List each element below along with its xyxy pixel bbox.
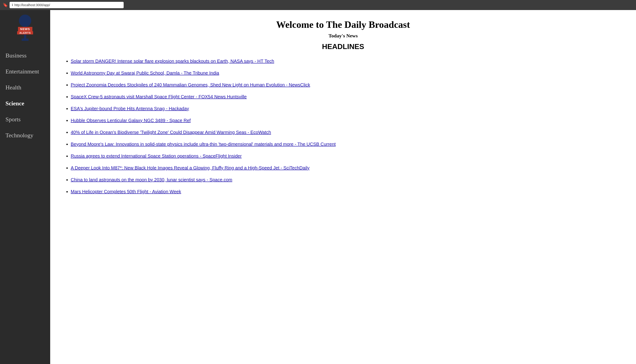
- news-list-item: Russia agrees to extend International Sp…: [71, 152, 622, 160]
- sidebar-item-business[interactable]: Business: [0, 48, 50, 64]
- sidebar-item-label: Entertainment: [6, 68, 39, 75]
- mic-head: [19, 14, 31, 27]
- app-container: NEWS ALERTS Business Entertainment Healt…: [0, 10, 636, 364]
- mic-stand: [24, 34, 26, 38]
- news-list-item: ESA's Jupiter-bound Probe Hits Antenna S…: [71, 105, 622, 112]
- sidebar-item-health[interactable]: Health: [0, 80, 50, 96]
- alerts-badge: ALERTS: [17, 31, 33, 34]
- news-list-item: China to land astronauts on the moon by …: [71, 176, 622, 183]
- news-link[interactable]: A Deeper Look Into M87*: New Black Hole …: [71, 165, 310, 170]
- logo-icon: NEWS ALERTS: [17, 14, 33, 41]
- news-list-item: Project Zoonomia Decodes Stockpiles of 2…: [71, 82, 622, 88]
- news-link[interactable]: World Astronomy Day at Swaraj Public Sch…: [71, 70, 219, 76]
- sidebar-item-label: Technology: [6, 132, 33, 139]
- nav-list: Business Entertainment Health Science Sp…: [0, 48, 50, 144]
- news-list-item: Solar storm DANGER! Intense solar flare …: [71, 58, 622, 64]
- url-text: http://localhost:3000/app/: [14, 3, 50, 7]
- mic-body: NEWS ALERTS: [17, 27, 33, 34]
- mic-base: [22, 38, 28, 41]
- news-list-item: World Astronomy Day at Swaraj Public Sch…: [71, 70, 622, 76]
- page-title: Welcome to The Daily Broadcast: [64, 19, 622, 30]
- sidebar: NEWS ALERTS Business Entertainment Healt…: [0, 10, 50, 364]
- news-link[interactable]: Mars Helicopter Completes 50th Flight - …: [71, 189, 181, 194]
- sidebar-item-label: Science: [6, 100, 24, 107]
- sidebar-item-sports[interactable]: Sports: [0, 112, 50, 128]
- sidebar-item-entertainment[interactable]: Entertainment: [0, 64, 50, 80]
- news-list-item: Beyond Moore's Law: Innovations in solid…: [71, 141, 622, 148]
- news-link[interactable]: ESA's Jupiter-bound Probe Hits Antenna S…: [71, 106, 189, 111]
- news-list: Solar storm DANGER! Intense solar flare …: [64, 58, 622, 195]
- today-news-label: Today's News: [64, 33, 622, 39]
- sidebar-item-science[interactable]: Science: [0, 96, 50, 112]
- news-link[interactable]: Beyond Moore's Law: Innovations in solid…: [71, 142, 336, 147]
- news-link[interactable]: Project Zoonomia Decodes Stockpiles of 2…: [71, 82, 310, 87]
- url-bar[interactable]: ℹ http://localhost:3000/app/: [10, 2, 124, 8]
- bookmark-icon[interactable]: 🔖: [3, 2, 8, 8]
- news-link[interactable]: 40% of Life in Ocean's Biodiverse 'Twili…: [71, 130, 271, 135]
- news-list-item: A Deeper Look Into M87*: New Black Hole …: [71, 164, 622, 171]
- logo-area: NEWS ALERTS: [0, 10, 50, 46]
- news-badge: NEWS: [18, 27, 32, 31]
- news-link[interactable]: Hubble Observes Lenticular Galaxy NGC 34…: [71, 118, 191, 123]
- news-link[interactable]: SpaceX Crew-5 astronauts visit Marshall …: [71, 94, 246, 99]
- news-list-item: 40% of Life in Ocean's Biodiverse 'Twili…: [71, 129, 622, 136]
- news-list-item: Mars Helicopter Completes 50th Flight - …: [71, 188, 622, 195]
- news-link[interactable]: China to land astronauts on the moon by …: [71, 177, 232, 182]
- info-icon: ℹ: [12, 3, 13, 7]
- news-list-item: Hubble Observes Lenticular Galaxy NGC 34…: [71, 117, 622, 124]
- sidebar-item-technology[interactable]: Technology: [0, 128, 50, 144]
- news-list-item: SpaceX Crew-5 astronauts visit Marshall …: [71, 93, 622, 100]
- main-content: Welcome to The Daily Broadcast Today's N…: [50, 10, 636, 364]
- sidebar-item-label: Health: [6, 84, 21, 91]
- news-link[interactable]: Solar storm DANGER! Intense solar flare …: [71, 58, 274, 64]
- browser-chrome: 🔖 ℹ http://localhost:3000/app/: [0, 0, 636, 10]
- sidebar-item-label: Sports: [6, 116, 20, 123]
- news-link[interactable]: Russia agrees to extend International Sp…: [71, 154, 242, 158]
- sidebar-item-label: Business: [6, 52, 26, 59]
- headlines-label: HEADLINES: [64, 42, 622, 51]
